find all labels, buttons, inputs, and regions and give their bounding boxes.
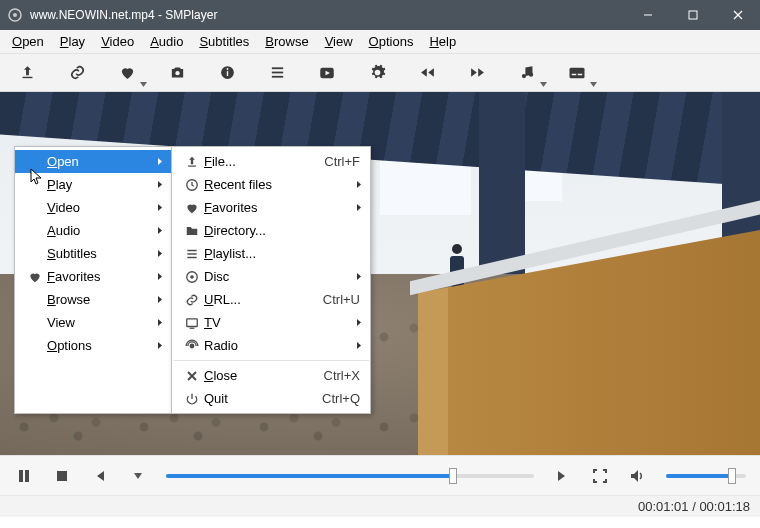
- favorites-icon[interactable]: [116, 62, 138, 84]
- menu-play[interactable]: Play: [54, 32, 91, 51]
- svg-rect-9: [226, 71, 227, 76]
- link-icon: [180, 293, 204, 307]
- menu-item-directory[interactable]: Directory...: [172, 219, 370, 242]
- svg-point-1: [13, 13, 17, 17]
- chevron-right-icon: [157, 341, 163, 350]
- open-url-icon[interactable]: [66, 62, 88, 84]
- video-area[interactable]: OpenPlayVideoAudioSubtitlesFavoritesBrow…: [0, 92, 760, 455]
- menu-item-recent-files[interactable]: Recent files: [172, 173, 370, 196]
- menu-item-subtitles[interactable]: Subtitles: [15, 242, 171, 265]
- close-button[interactable]: [715, 0, 760, 30]
- disc-icon: [180, 270, 204, 284]
- svg-rect-6: [22, 77, 32, 78]
- menu-item-file[interactable]: File...Ctrl+F: [172, 150, 370, 173]
- titlebar: www.NEOWIN.net.mp4 - SMPlayer: [0, 0, 760, 30]
- svg-rect-32: [19, 470, 23, 482]
- minimize-button[interactable]: [625, 0, 670, 30]
- menu-item-favorites[interactable]: Favorites: [15, 265, 171, 288]
- close-icon: [180, 370, 204, 382]
- toolbar: [0, 54, 760, 92]
- list-icon: [180, 247, 204, 261]
- info-icon[interactable]: [216, 62, 238, 84]
- prev-icon[interactable]: [416, 62, 438, 84]
- svg-rect-17: [570, 67, 585, 78]
- chevron-right-icon: [157, 203, 163, 212]
- next-icon[interactable]: [466, 62, 488, 84]
- time-total: 00:01:18: [699, 499, 750, 514]
- menu-item-quit[interactable]: QuitCtrl+Q: [172, 387, 370, 410]
- menu-item-disc[interactable]: Disc: [172, 265, 370, 288]
- chevron-right-icon: [157, 295, 163, 304]
- power-icon: [180, 392, 204, 406]
- menu-item-url[interactable]: URL...Ctrl+U: [172, 288, 370, 311]
- menu-options[interactable]: Options: [363, 32, 420, 51]
- svg-point-26: [191, 275, 193, 277]
- app-icon: [0, 8, 30, 22]
- menu-browse[interactable]: Browse: [259, 32, 314, 51]
- audio-track-icon[interactable]: [516, 62, 538, 84]
- step-forward-button[interactable]: [552, 466, 572, 486]
- context-menu-main: OpenPlayVideoAudioSubtitlesFavoritesBrow…: [14, 146, 172, 414]
- menu-view[interactable]: View: [319, 32, 359, 51]
- menu-video[interactable]: Video: [95, 32, 140, 51]
- subtitle-track-icon[interactable]: [566, 62, 588, 84]
- heart-icon: [23, 270, 47, 284]
- svg-rect-20: [188, 165, 196, 166]
- menu-item-browse[interactable]: Browse: [15, 288, 171, 311]
- file-icon: [180, 155, 204, 169]
- playback-controls: [0, 455, 760, 495]
- maximize-button[interactable]: [670, 0, 715, 30]
- chevron-right-icon: [356, 203, 362, 212]
- speed-menu-icon[interactable]: [128, 466, 148, 486]
- mute-button[interactable]: [628, 466, 648, 486]
- context-submenu-open: File...Ctrl+FRecent filesFavoritesDirect…: [171, 146, 371, 414]
- svg-point-7: [175, 71, 179, 75]
- chevron-right-icon: [157, 318, 163, 327]
- chevron-right-icon: [157, 226, 163, 235]
- chevron-right-icon: [157, 180, 163, 189]
- svg-rect-19: [578, 73, 583, 75]
- menu-subtitles[interactable]: Subtitles: [193, 32, 255, 51]
- preferences-icon[interactable]: [366, 62, 388, 84]
- menu-item-audio[interactable]: Audio: [15, 219, 171, 242]
- menu-item-view[interactable]: View: [15, 311, 171, 334]
- chevron-right-icon: [157, 157, 163, 166]
- svg-point-10: [226, 68, 228, 70]
- menu-item-radio[interactable]: Radio: [172, 334, 370, 357]
- chevron-right-icon: [157, 249, 163, 258]
- step-back-button[interactable]: [90, 466, 110, 486]
- screenshot-icon[interactable]: [166, 62, 188, 84]
- menu-help[interactable]: Help: [423, 32, 462, 51]
- playlist-icon[interactable]: [266, 62, 288, 84]
- chevron-right-icon: [356, 318, 362, 327]
- svg-rect-27: [187, 318, 198, 326]
- menu-open[interactable]: Open: [6, 32, 50, 51]
- heart-icon: [180, 201, 204, 215]
- svg-point-15: [521, 74, 525, 78]
- cursor-icon: [30, 168, 44, 186]
- stop-button[interactable]: [52, 466, 72, 486]
- open-file-icon[interactable]: [16, 62, 38, 84]
- menu-item-video[interactable]: Video: [15, 196, 171, 219]
- pause-button[interactable]: [14, 466, 34, 486]
- youtube-icon[interactable]: [316, 62, 338, 84]
- menu-audio[interactable]: Audio: [144, 32, 189, 51]
- svg-rect-18: [572, 73, 577, 75]
- clock-icon: [180, 178, 204, 192]
- folder-icon: [180, 224, 204, 238]
- chevron-right-icon: [356, 180, 362, 189]
- svg-rect-3: [689, 11, 697, 19]
- volume-slider[interactable]: [666, 474, 746, 478]
- menu-item-options[interactable]: Options: [15, 334, 171, 357]
- seek-slider[interactable]: [166, 474, 534, 478]
- status-bar: 00:01:01 / 00:01:18: [0, 495, 760, 517]
- context-menu: OpenPlayVideoAudioSubtitlesFavoritesBrow…: [14, 146, 371, 414]
- menu-item-playlist[interactable]: Playlist...: [172, 242, 370, 265]
- menu-item-favorites[interactable]: Favorites: [172, 196, 370, 219]
- window-title: www.NEOWIN.net.mp4 - SMPlayer: [30, 8, 625, 22]
- svg-rect-33: [25, 470, 29, 482]
- fullscreen-button[interactable]: [590, 466, 610, 486]
- menubar: OpenPlayVideoAudioSubtitlesBrowseViewOpt…: [0, 30, 760, 54]
- menu-item-close[interactable]: CloseCtrl+X: [172, 364, 370, 387]
- menu-item-tv[interactable]: TV: [172, 311, 370, 334]
